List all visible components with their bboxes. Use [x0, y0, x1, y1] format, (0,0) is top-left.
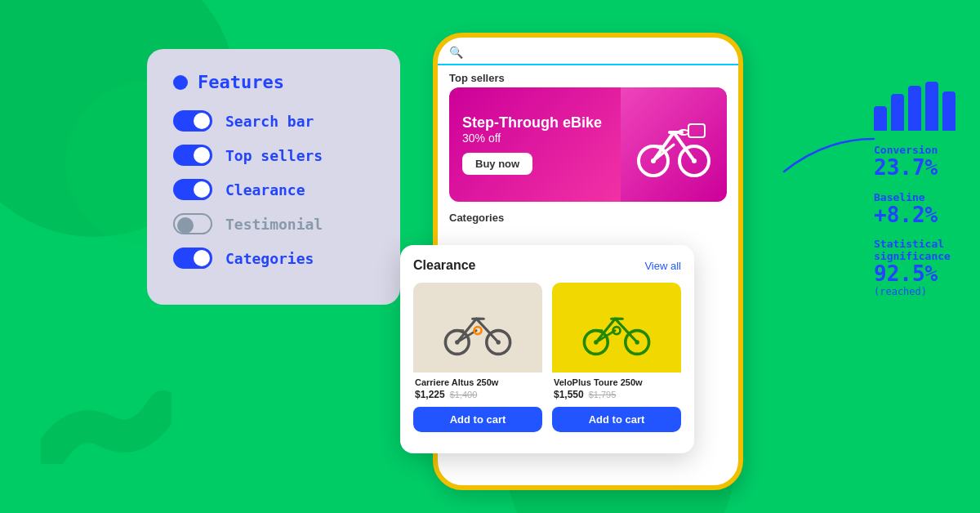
product-info-2: VeloPlus Toure 250w $1,550 $1,795: [552, 372, 681, 404]
hero-text-block: Step-Through eBike 30% off Buy now: [462, 114, 602, 176]
product-prices-2: $1,550 $1,795: [554, 389, 679, 400]
stat-significance-value: 92.5%: [874, 262, 956, 286]
search-bar-toggle[interactable]: [173, 110, 212, 132]
categories-label: Categories: [225, 250, 314, 267]
stat-conversion-label: Conversion: [874, 144, 956, 156]
bike-dark-icon: [441, 295, 514, 360]
stats-connector-line: [776, 131, 882, 180]
categories-toggle[interactable]: [173, 248, 212, 269]
bar-5: [942, 91, 956, 131]
feature-row-search-bar: Search bar: [173, 110, 374, 132]
stat-baseline-value: +8.2%: [874, 203, 956, 227]
hero-banner: Step-Through eBike 30% off Buy now: [449, 87, 727, 202]
top-sellers-toggle[interactable]: [173, 145, 212, 166]
stat-baseline-label: Baseline: [874, 191, 956, 203]
hero-image: [621, 87, 727, 202]
feature-row-top-sellers: Top sellers: [173, 145, 374, 166]
stat-significance: Statistical significance 92.5% (reached): [874, 238, 956, 297]
features-panel: Features Search bar Top sellers Clearanc…: [147, 49, 400, 305]
add-to-cart-button-2[interactable]: Add to cart: [552, 407, 681, 432]
svg-point-33: [613, 327, 621, 334]
clearance-popup-title: Clearance: [413, 258, 476, 273]
product-name-1: Carriere Altus 250w: [415, 377, 541, 387]
product-info-1: Carriere Altus 250w $1,225 $1,400: [413, 372, 542, 404]
toggle-knob: [194, 147, 210, 163]
testimonial-toggle[interactable]: [173, 213, 212, 234]
price-old-1: $1,400: [450, 390, 478, 399]
product-card-2: VeloPlus Toure 250w $1,550 $1,795 Add to…: [552, 283, 681, 432]
product-image-2: [552, 283, 681, 372]
clearance-toggle[interactable]: [173, 179, 212, 200]
toggle-knob: [177, 217, 194, 234]
svg-rect-11: [688, 124, 705, 137]
testimonial-label: Testimonial: [225, 216, 323, 233]
toggle-knob: [194, 113, 210, 129]
top-sellers-label: Top sellers: [225, 147, 323, 164]
stat-conversion-value: 23.7%: [874, 156, 956, 180]
hero-subtitle: 30% off: [462, 132, 602, 145]
bike-green-icon: [580, 295, 653, 360]
clearance-label: Clearance: [225, 181, 305, 199]
stat-significance-label: Statistical significance: [874, 238, 956, 262]
clearance-popup: Clearance View all: [400, 245, 694, 453]
price-current-1: $1,225: [415, 389, 445, 400]
toggle-knob: [194, 250, 210, 266]
stats-panel: Conversion 23.7% Baseline +8.2% Statisti…: [874, 82, 956, 309]
hero-title: Step-Through eBike: [462, 114, 602, 132]
bike-hero-icon: [633, 104, 715, 185]
features-title: Features: [198, 72, 284, 92]
svg-point-22: [474, 327, 482, 334]
add-to-cart-button-1[interactable]: Add to cart: [413, 407, 542, 432]
products-row: Carriere Altus 250w $1,225 $1,400 Add to…: [413, 283, 681, 432]
bar-3: [908, 86, 921, 131]
top-sellers-section-label: Top sellers: [438, 65, 738, 87]
view-all-link[interactable]: View all: [644, 260, 681, 272]
bar-2: [891, 94, 904, 131]
buy-now-button[interactable]: Buy now: [462, 153, 532, 175]
categories-section-label: Categories: [438, 205, 738, 230]
features-header: Features: [173, 72, 374, 92]
features-dot-icon: [173, 75, 188, 90]
feature-row-testimonial: Testimonial: [173, 213, 374, 234]
search-icon: 🔍: [449, 46, 463, 59]
price-old-2: $1,795: [589, 390, 617, 399]
product-image-1: [413, 283, 542, 372]
stat-significance-note: (reached): [874, 286, 956, 297]
toggle-knob: [194, 181, 210, 198]
search-input[interactable]: [468, 51, 727, 53]
bar-4: [925, 82, 938, 131]
price-current-2: $1,550: [554, 389, 584, 400]
feature-row-clearance: Clearance: [173, 179, 374, 200]
bar-1: [874, 106, 887, 131]
product-name-2: VeloPlus Toure 250w: [554, 377, 679, 387]
clearance-header: Clearance View all: [413, 258, 681, 273]
search-bar-label: Search bar: [225, 113, 314, 130]
deco-curves: [41, 366, 172, 464]
bar-chart: [874, 82, 956, 131]
product-prices-1: $1,225 $1,400: [415, 389, 541, 400]
stat-conversion: Conversion 23.7%: [874, 144, 956, 180]
product-card-1: Carriere Altus 250w $1,225 $1,400 Add to…: [413, 283, 542, 432]
stat-baseline: Baseline +8.2%: [874, 191, 956, 227]
phone-search-bar[interactable]: 🔍: [438, 38, 738, 65]
feature-row-categories: Categories: [173, 248, 374, 269]
